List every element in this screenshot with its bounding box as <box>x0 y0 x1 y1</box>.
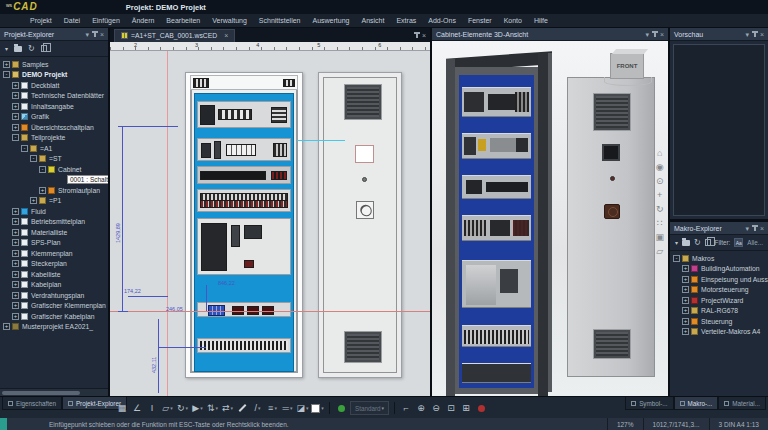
dock-tab[interactable]: Symbol-... <box>625 397 673 410</box>
dock-tab[interactable]: Material... <box>718 397 766 410</box>
tree-item[interactable]: + Steckerplan <box>0 259 108 270</box>
expander-icon[interactable]: - <box>673 255 680 262</box>
tree-item[interactable]: + Technische Datenblätter <box>0 91 108 102</box>
pin-icon[interactable] <box>754 225 756 231</box>
pin-icon[interactable] <box>754 31 756 37</box>
copy-icon[interactable] <box>705 239 711 246</box>
tree-item[interactable]: + Stromlaufplan <box>0 185 108 196</box>
menu-item[interactable]: Einfügen <box>92 17 120 24</box>
expander-icon[interactable]: + <box>682 307 689 314</box>
expander-icon[interactable]: + <box>682 328 689 335</box>
tree-item[interactable]: + Fluid <box>0 206 108 217</box>
separator[interactable] <box>394 402 395 414</box>
close-icon[interactable]: × <box>660 31 664 38</box>
tree-item[interactable]: + SPS-Plan <box>0 238 108 249</box>
expander-icon[interactable]: + <box>682 318 689 325</box>
zoom-sheet-icon[interactable]: ⊞ <box>460 401 473 415</box>
horizontal-scrollbar[interactable] <box>0 388 108 396</box>
redline-icon[interactable] <box>475 401 488 415</box>
layer-select[interactable]: Standard ▾ <box>350 401 389 415</box>
tree-item[interactable]: + =P1 <box>0 196 108 207</box>
rotate-icon[interactable]: ↻ ▾ <box>176 401 189 415</box>
refresh-icon[interactable]: ↻ <box>28 45 35 53</box>
home-icon[interactable]: ⌂ <box>655 149 664 158</box>
drawing-canvas[interactable]: 1429,89 174,22 432,11 846,22 246,05 <box>110 51 430 396</box>
menu-item[interactable]: Ansicht <box>361 17 384 24</box>
select-icon[interactable]: ▶ ▾ <box>191 401 204 415</box>
tree-item[interactable]: + Kabelplan <box>0 280 108 291</box>
pin-icon[interactable] <box>94 31 96 37</box>
expander-icon[interactable]: - <box>21 145 28 152</box>
dropdown-icon[interactable]: ▾ <box>675 239 678 246</box>
close-icon[interactable]: × <box>422 32 426 39</box>
menu-item[interactable]: Projekt <box>30 17 52 24</box>
tab-close-icon[interactable]: × <box>224 32 228 39</box>
close-icon[interactable]: × <box>760 225 764 232</box>
move-icon[interactable]: ▱ ▾ <box>161 401 174 415</box>
new-folder-icon[interactable] <box>682 240 690 246</box>
pan-icon[interactable]: + <box>655 191 664 200</box>
menu-item[interactable]: Konto <box>504 17 522 24</box>
panel-menu-icon[interactable]: ▾ <box>85 31 89 38</box>
tree-item[interactable]: + Materialliste <box>0 227 108 238</box>
rotate-icon[interactable]: ↻ <box>655 205 664 214</box>
expander-icon[interactable]: + <box>12 208 19 215</box>
tree-item[interactable]: + Verdrahtungsplan <box>0 290 108 301</box>
tree-item[interactable]: - Cabinet <box>0 164 108 175</box>
line-icon[interactable]: / ▾ <box>251 401 264 415</box>
expander-icon[interactable]: + <box>12 260 19 267</box>
menu-item[interactable]: Fenster <box>468 17 492 24</box>
expander-icon[interactable]: - <box>30 155 37 162</box>
plane-view-icon[interactable]: ▱ <box>655 247 664 256</box>
viewport-3d[interactable]: FRONT ⌂◉⊙+↻∷▣▱ <box>432 41 668 396</box>
menu-item[interactable]: Add-Ons <box>428 17 456 24</box>
expander-icon[interactable]: + <box>12 124 19 131</box>
line-width-icon[interactable]: ═ ▾ <box>281 401 294 415</box>
tree-item[interactable]: + Inhaltsangabe <box>0 101 108 112</box>
menu-item[interactable]: Verwaltung <box>212 17 247 24</box>
tree-item[interactable]: + Betriebsmittelplan <box>0 217 108 228</box>
tree-item[interactable]: - Teilprojekte <box>0 133 108 144</box>
close-icon[interactable]: × <box>100 31 104 38</box>
expander-icon[interactable]: + <box>3 323 10 330</box>
tree-item[interactable]: + Motorsteuerung <box>670 285 768 296</box>
expander-icon[interactable]: + <box>12 103 19 110</box>
expander-icon[interactable]: + <box>30 197 37 204</box>
menu-item[interactable]: Schnittstellen <box>259 17 301 24</box>
tree-item[interactable]: + Steuerung <box>670 316 768 327</box>
tree-item[interactable]: - DEMO Projekt <box>0 70 108 81</box>
expander-icon[interactable]: + <box>12 292 19 299</box>
tree-item[interactable]: + Klemmenplan <box>0 248 108 259</box>
expander-icon[interactable]: + <box>12 113 19 120</box>
separator[interactable] <box>329 402 330 414</box>
scrollbar-thumb[interactable] <box>2 391 80 395</box>
selection-mode-icon[interactable]: ∷ <box>655 219 664 228</box>
expander-icon[interactable]: + <box>12 218 19 225</box>
expander-icon[interactable]: + <box>682 297 689 304</box>
panel-menu-icon[interactable]: ▾ <box>745 225 749 232</box>
expander-icon[interactable]: - <box>39 166 46 173</box>
flip-vertical-icon[interactable]: ⇅ ▾ <box>206 401 219 415</box>
dock-tab[interactable]: Makro-... <box>674 397 719 410</box>
menu-item[interactable]: Bearbeiten <box>166 17 200 24</box>
filter-value[interactable]: Alle... <box>747 239 763 246</box>
new-folder-icon[interactable] <box>14 46 22 52</box>
menu-item[interactable]: Ändern <box>132 17 155 24</box>
pin-icon[interactable] <box>416 32 418 38</box>
expander-icon[interactable]: + <box>12 313 19 320</box>
expander-icon[interactable]: + <box>682 286 689 293</box>
tree-item[interactable]: + Grafik <box>0 112 108 123</box>
orbit-icon[interactable]: ◉ <box>655 163 664 172</box>
expander-icon[interactable]: + <box>3 61 10 68</box>
filter-mode-toggle[interactable]: Aa <box>734 238 743 247</box>
expander-icon[interactable]: - <box>12 134 19 141</box>
dock-tab[interactable]: Eigenschaften <box>2 397 62 410</box>
zoom-level[interactable]: 127% <box>607 418 643 430</box>
tree-item[interactable]: + Kabelliste <box>0 269 108 280</box>
menu-item[interactable]: Extras <box>396 17 416 24</box>
tree-item[interactable]: + Deckblatt <box>0 80 108 91</box>
expander-icon[interactable]: + <box>682 265 689 272</box>
line-style-icon[interactable]: ≡ ▾ <box>266 401 279 415</box>
refresh-icon[interactable]: ↻ <box>694 239 701 247</box>
tree-item[interactable]: + BuildingAutomation <box>670 264 768 275</box>
